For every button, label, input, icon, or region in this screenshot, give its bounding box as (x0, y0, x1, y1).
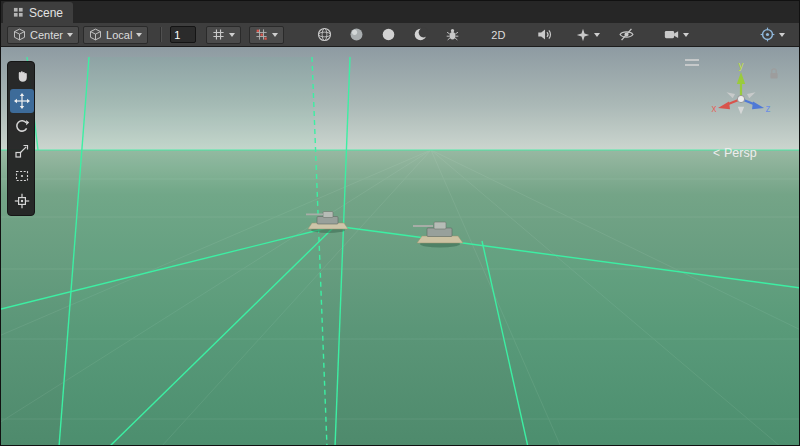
scene-toolbar: Center Local (1, 23, 799, 47)
y-axis-label: y (739, 60, 744, 71)
grid-tab-icon (13, 7, 24, 18)
tool-scale-button[interactable] (10, 139, 34, 163)
tool-transform-button[interactable] (10, 189, 34, 213)
speaker-icon (537, 27, 552, 42)
chevron-down-icon (67, 33, 73, 37)
scene-viewport: y x z < Persp (1, 47, 799, 445)
visibility-toggle-button[interactable] (614, 25, 638, 45)
grid-snap-icon (212, 28, 225, 41)
increment-snap-dropdown[interactable] (249, 26, 284, 44)
bug-icon (445, 27, 460, 42)
cube-axis-icon (89, 28, 102, 41)
camera-settings-dropdown[interactable] (658, 26, 695, 44)
fog-button[interactable] (408, 25, 432, 45)
tool-hand-button[interactable] (10, 64, 34, 88)
transform-icon (14, 193, 30, 209)
tab-label: Scene (29, 6, 63, 20)
hand-icon (14, 68, 30, 84)
z-axis-label: z (766, 103, 771, 114)
tab-scene[interactable]: Scene (3, 2, 73, 23)
tool-rotate-button[interactable] (10, 114, 34, 138)
persp-label[interactable]: < Persp (713, 146, 757, 160)
gizmos-dropdown[interactable] (754, 26, 791, 44)
scene-canvas[interactable]: y x z < Persp (1, 47, 799, 445)
scene-window: Scene Center Local (0, 0, 800, 446)
snap-increment-input[interactable] (170, 26, 196, 43)
cube-pivot-icon (13, 28, 26, 41)
gizmo-center-cube[interactable] (737, 95, 744, 102)
pivot-dropdown[interactable]: Center (7, 26, 79, 44)
tool-rect-button[interactable] (10, 164, 34, 188)
tool-move-button[interactable] (10, 89, 34, 113)
tab-bar: Scene (1, 1, 799, 23)
wireframe-sphere-icon (317, 27, 332, 42)
rotate-icon (14, 118, 30, 134)
persp-text[interactable]: Persp (724, 146, 757, 160)
toolbar-separator (160, 27, 162, 42)
audio-toggle-button[interactable] (532, 25, 556, 45)
chevron-down-icon (594, 33, 600, 37)
persp-toggle-arrow[interactable]: < (713, 146, 720, 160)
chevron-down-icon (229, 33, 235, 37)
chevron-down-icon (779, 33, 785, 37)
grid-snap-dropdown[interactable] (206, 26, 241, 44)
chevron-down-icon (136, 33, 142, 37)
render-mode-button[interactable] (312, 25, 336, 45)
skybox-button[interactable] (376, 25, 400, 45)
space-dropdown[interactable]: Local (83, 26, 148, 44)
effects-dropdown[interactable] (570, 26, 606, 44)
chevron-down-icon (272, 33, 278, 37)
rect-icon (14, 168, 30, 184)
tool-palette (7, 61, 35, 216)
video-camera-icon (664, 27, 679, 42)
circle-icon (381, 27, 396, 42)
eye-slash-icon (619, 27, 634, 42)
effects-star-icon (576, 28, 590, 42)
gizmo-target-icon (760, 27, 775, 42)
debug-button[interactable] (440, 25, 464, 45)
x-axis-label: x (712, 103, 717, 114)
pivot-label: Center (30, 29, 63, 41)
moon-icon (413, 27, 428, 42)
chevron-down-icon (683, 33, 689, 37)
move-icon (14, 93, 30, 109)
2d-toggle-button[interactable]: 2D (486, 25, 510, 45)
2d-label: 2D (491, 29, 505, 41)
lighting-button[interactable] (344, 25, 368, 45)
increment-snap-icon (255, 28, 268, 41)
scale-icon (14, 143, 30, 159)
shaded-sphere-icon (349, 27, 364, 42)
space-label: Local (106, 29, 132, 41)
